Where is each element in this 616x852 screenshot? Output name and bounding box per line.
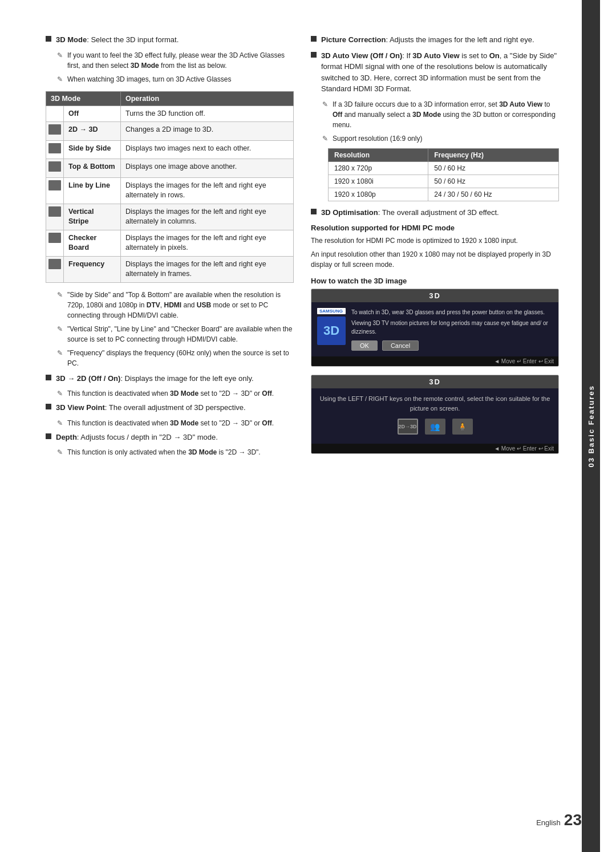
res-row: 1920 x 1080i 50 / 60 Hz [329, 175, 559, 188]
sidebar-tab-text: 03 Basic Features [587, 385, 595, 468]
pencil-icon-n2: ✎ [57, 325, 63, 333]
freq-val-2: 50 / 60 Hz [428, 175, 559, 188]
bullet-depth-text: Depth: Adjusts focus / depth in "2D → 3D… [56, 432, 294, 443]
bullet-pc-text: Picture Correction: Adjusts the images f… [321, 34, 559, 46]
icon-tb [48, 161, 61, 172]
left-column: 3D Mode: Select the 3D input format. ✎ I… [46, 34, 294, 462]
sub-av2-text: Support resolution (16:9 only) [333, 133, 559, 144]
bullet-depth: Depth: Adjusts focus / depth in "2D → 3D… [46, 432, 294, 443]
table-op-freq: Displays the images for the left and rig… [121, 256, 294, 282]
sub-3d-2d-text: This function is deactivated when 3D Mod… [67, 388, 294, 399]
table-row: Checker Board Displays the images for th… [46, 230, 294, 256]
sub-text-2: When watching 3D images, turn on 3D Acti… [67, 74, 294, 84]
page-number: 23 [564, 811, 582, 829]
bullet-3d-viewpoint: 3D View Point: The overall adjustment of… [46, 402, 294, 413]
pencil-icon-depth: ✎ [57, 448, 63, 456]
table-row: Top & Bottom Displays one image above an… [46, 159, 294, 178]
tv-box1-title: 3D [311, 289, 558, 302]
table-op-vs: Displays the images for the left and rig… [121, 204, 294, 230]
note-3: ✎ "Frequency" displays the frequency (60… [57, 348, 294, 368]
table-op-lbl: Displays the images for the left and rig… [121, 177, 294, 204]
tv-box1-nav: ◄ Move ↵ Enter ↩ Exit [311, 356, 558, 366]
res-val-3: 1920 x 1080p [329, 188, 428, 201]
table-mode-cb: Checker Board [64, 230, 121, 256]
table-mode-sbs: Side by Side [64, 140, 121, 159]
tv-box2-nav: ◄ Move ↵ Enter ↩ Exit [311, 444, 558, 453]
table-icon-off [46, 106, 64, 122]
icon-freq [48, 259, 61, 269]
tv-box1-text-area: To watch in 3D, wear 3D glasses and pres… [351, 308, 553, 351]
right-column: Picture Correction: Adjusts the images f… [311, 34, 559, 462]
pencil-icon-1: ✎ [57, 51, 63, 59]
bullet-square-icon [46, 36, 51, 42]
sub-autoview-1: ✎ If a 3D failure occurs due to a 3D inf… [322, 99, 559, 130]
icon-sbs [48, 143, 61, 153]
tv-3d-graphic: 3D [317, 317, 346, 345]
table-op-off: Turns the 3D function off. [121, 106, 294, 122]
pencil-icon-av2: ✎ [322, 135, 328, 143]
tv-box1-buttons: OK Cancel [351, 340, 553, 351]
sub-autoview-2: ✎ Support resolution (16:9 only) [322, 133, 559, 144]
sub-item-1: ✎ If you want to feel the 3D effect full… [57, 50, 294, 71]
table-row: Frequency Displays the images for the le… [46, 256, 294, 282]
table-icon-sbs [46, 140, 64, 159]
main-content: 3D Mode: Select the 3D input format. ✎ I… [0, 0, 582, 852]
table-mode-2d3d: 2D → 3D [64, 122, 121, 141]
res-val-1: 1280 x 720p [329, 161, 428, 175]
table-icon-cb [46, 230, 64, 256]
table-op-tb: Displays one image above another. [121, 159, 294, 178]
res-header-freq: Frequency (Hz) [428, 148, 559, 161]
table-op-cb: Displays the images for the left and rig… [121, 230, 294, 256]
3d-mode-colon: : Select the 3D input format. [87, 35, 179, 44]
table-row: Off Turns the 3D function off. [46, 106, 294, 122]
bullet-square-pc [311, 36, 317, 42]
tv-logo-area: SAMSUNG 3D [317, 308, 346, 345]
hdmi-section-heading: Resolution supported for HDMI PC mode [311, 224, 559, 232]
two-column-layout: 3D Mode: Select the 3D input format. ✎ I… [46, 34, 559, 462]
bullet-3d-2d-text: 3D → 2D (Off / On): Displays the image f… [56, 373, 294, 384]
bullet-3d-optim: 3D Optimisation: The overall adjustment … [311, 207, 559, 218]
sub-depth: ✎ This function is only activated when t… [57, 447, 294, 457]
table-icon-vs [46, 204, 64, 230]
tv-cancel-button[interactable]: Cancel [382, 340, 419, 351]
sub-viewpoint: ✎ This function is deactivated when 3D M… [57, 418, 294, 428]
tv-box2-text: Using the LEFT / RIGHT keys on the remot… [319, 394, 550, 413]
tv-box1-text2: Viewing 3D TV motion pictures for long p… [351, 319, 553, 336]
tv-box2-content: Using the LEFT / RIGHT keys on the remot… [311, 388, 558, 444]
sub-text-1: If you want to feel the 3D effect fully,… [67, 50, 294, 71]
res-header-resolution: Resolution [329, 148, 428, 161]
table-icon-freq [46, 256, 64, 282]
icon-cb [48, 233, 61, 243]
table-op-sbs: Displays two images next to each other. [121, 140, 294, 159]
table-icon-tb [46, 159, 64, 178]
tv-icon-2d3d: 2D→3D [398, 419, 418, 435]
3d-mode-label: 3D Mode [56, 35, 87, 44]
table-mode-freq: Frequency [64, 256, 121, 282]
bullet-square-opt [311, 209, 317, 214]
bullet-picture-correction: Picture Correction: Adjusts the images f… [311, 34, 559, 46]
icon-vs [48, 206, 61, 217]
3d-glasses-icon: 3D [323, 323, 339, 338]
table-header-operation: Operation [121, 91, 294, 106]
english-label: English [536, 818, 561, 827]
icon-persons-box: 👥 [425, 419, 445, 435]
tv-ok-button[interactable]: OK [351, 340, 378, 351]
pencil-icon-n1: ✎ [57, 291, 63, 299]
3d-mode-table: 3D Mode Operation Off Turns the 3D funct… [46, 91, 294, 283]
sidebar-tab: 03 Basic Features [582, 0, 600, 852]
bullet-square-depth [46, 433, 51, 439]
bullet-square-av [311, 52, 317, 58]
table-header-mode: 3D Mode [46, 91, 121, 106]
note-1-text: "Side by Side" and "Top & Bottom" are av… [67, 290, 294, 320]
freq-val-3: 24 / 30 / 50 / 60 Hz [428, 188, 559, 201]
pencil-icon-n3: ✎ [57, 349, 63, 357]
tv-box-2: 3D Using the LEFT / RIGHT keys on the re… [311, 375, 559, 454]
page-container: 3D Mode: Select the 3D input format. ✎ I… [0, 0, 616, 852]
res-row: 1920 x 1080p 24 / 30 / 50 / 60 Hz [329, 188, 559, 201]
bullet-3d-2d: 3D → 2D (Off / On): Displays the image f… [46, 373, 294, 384]
hdmi-para1: The resolution for HDMI PC mode is optim… [311, 236, 559, 246]
res-row: 1280 x 720p 50 / 60 Hz [329, 161, 559, 175]
sub-depth-text: This function is only activated when the… [67, 447, 294, 457]
table-row: 2D → 3D Changes a 2D image to 3D. [46, 122, 294, 141]
sub-viewpoint-text: This function is deactivated when 3D Mod… [67, 418, 294, 428]
